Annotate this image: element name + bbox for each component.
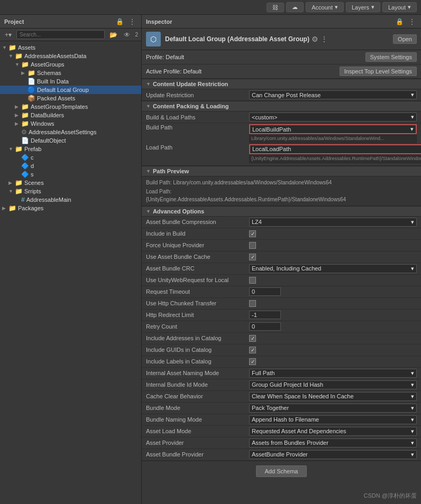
open-button[interactable]: Open xyxy=(393,34,417,44)
update-restriction-dropdown[interactable]: Can Change Post Release ▾ xyxy=(249,90,417,99)
tree-item-scenes[interactable]: ▶ 📁 Scenes xyxy=(0,179,141,187)
tree-item-prefab-c[interactable]: 🔷 c xyxy=(0,153,141,162)
build-load-paths-dropdown[interactable]: <custom> ▾ xyxy=(249,113,417,122)
lock-icon[interactable]: 🔒 xyxy=(114,17,125,26)
system-settings-button[interactable]: System Settings xyxy=(365,52,417,62)
active-profile-label: Active Profile: Default xyxy=(146,68,202,74)
object-icon-symbol: ⬡ xyxy=(150,35,157,43)
internal-bundle-id-dropdown[interactable]: Group Guid Project Id Hash ▾ xyxy=(249,380,417,389)
use-unityw-local-checkbox[interactable] xyxy=(249,277,256,284)
section-title: Path Preview xyxy=(153,168,189,174)
include-addresses-checkbox[interactable] xyxy=(249,335,256,342)
tree-item-addressableassetsettings[interactable]: ⚙ AddressableAssetSettings xyxy=(0,128,141,136)
field-asset-bundle-compression: Asset Bundle Compression LZ4 ▾ xyxy=(142,217,421,228)
dropdown-arrow: ▾ xyxy=(411,393,414,400)
load-path-row: Load Path LocalLoadPath ▾ {UnityEngine.A… xyxy=(146,144,417,163)
tree-item-assets[interactable]: ▼ 📁 Assets xyxy=(0,43,141,52)
build-path-dropdown[interactable]: LocalBuildPath ▾ xyxy=(249,124,417,134)
tree-item-packedassets[interactable]: 📦 Packed Assets xyxy=(0,94,141,102)
tree-item-prefab-s[interactable]: 🔷 s xyxy=(0,170,141,179)
folder-icon: 📁 xyxy=(21,120,29,127)
tree-item-addressableassets[interactable]: ▼ 📁 AddressableAssetsData xyxy=(0,52,141,60)
asset-load-mode-dropdown[interactable]: Requested Asset And Dependencies ▾ xyxy=(249,427,417,436)
layers-arrow-icon: ▾ xyxy=(371,4,374,11)
lock-icon[interactable]: 🔒 xyxy=(394,17,405,26)
dropdown-arrow: ▾ xyxy=(411,91,414,98)
field-http-redirect-limit: Http Redirect Limit xyxy=(142,310,421,321)
field-label: Use Http Chunked Transfer xyxy=(146,300,249,306)
tree-item-windows[interactable]: ▶ 📁 Windows xyxy=(0,119,141,128)
field-use-asset-bundle-cache: Use Asset Bundle Cache xyxy=(142,251,421,263)
field-asset-bundle-provider: Asset Bundle Provider AssetBundle Provid… xyxy=(142,449,421,461)
tree-item-builtindata[interactable]: 📄 Built In Data xyxy=(0,77,141,86)
more-options-icon[interactable]: ⋮ xyxy=(127,17,137,26)
tree-arrow: ▼ xyxy=(15,62,21,67)
include-guids-checkbox[interactable] xyxy=(249,347,256,353)
load-path-dropdown[interactable]: LocalLoadPath ▾ xyxy=(249,144,421,154)
http-redirect-limit-input[interactable] xyxy=(249,311,281,319)
chain-icon: ⛓ xyxy=(272,4,278,11)
bundle-mode-dropdown[interactable]: Pack Together ▾ xyxy=(249,404,417,413)
section-path-preview[interactable]: ▼ Path Preview xyxy=(142,166,421,176)
search-input[interactable] xyxy=(16,30,105,39)
settings-gear-icon[interactable]: ⚙ xyxy=(312,35,318,43)
layout-button[interactable]: Layout ▾ xyxy=(382,2,417,12)
section-content-packing[interactable]: ▼ Content Packing & Loading xyxy=(142,101,421,111)
tree-item-defaultobject[interactable]: 📄 DefaultObject xyxy=(0,136,141,145)
layout-label: Layout xyxy=(388,4,406,11)
tree-item-prefab-d[interactable]: 🔷 d xyxy=(0,162,141,170)
field-value: LZ4 ▾ xyxy=(249,218,417,227)
tree-item-srripts[interactable]: ▼ 📁 Srripts xyxy=(0,187,141,195)
tree-item-prefab[interactable]: ▼ 📁 Prefab xyxy=(0,145,141,153)
tree-item-schemas[interactable]: ▶ 📁 Schemas xyxy=(0,69,141,77)
use-asset-bundle-cache-checkbox[interactable] xyxy=(249,254,256,260)
field-label: Force Unique Provider xyxy=(146,242,249,248)
asset-provider-dropdown[interactable]: Assets from Bundles Provider ▾ xyxy=(249,438,417,447)
tree-item-assetgroups[interactable]: ▼ 📁 AssetGroups xyxy=(0,60,141,69)
more-icon[interactable]: ⋮ xyxy=(321,35,328,43)
field-label: Asset Bundle CRC xyxy=(146,265,249,272)
project-toolbar: +▾ 📂 👁 2 xyxy=(0,29,141,41)
tree-item-databuilders[interactable]: ▶ 📁 DataBuilders xyxy=(0,111,141,119)
object-icon: ⬡ xyxy=(146,32,161,46)
cloud-sync-button[interactable]: ☁ xyxy=(286,2,304,12)
tree-item-addressablemain[interactable]: # AddressableMain xyxy=(0,195,141,204)
include-labels-checkbox[interactable] xyxy=(249,358,256,365)
tree-arrow: ▼ xyxy=(2,45,8,50)
build-path-row: Build Path LocalBuildPath ▾ Library/com.… xyxy=(146,124,417,143)
more-options-icon[interactable]: ⋮ xyxy=(407,17,417,26)
force-unique-provider-checkbox[interactable] xyxy=(249,242,256,249)
layers-button[interactable]: Layers ▾ xyxy=(346,2,380,12)
field-label: Http Redirect Limit xyxy=(146,312,249,318)
eye-icon[interactable]: 👁 xyxy=(122,31,132,39)
asset-bundle-provider-dropdown[interactable]: AssetBundle Provider ▾ xyxy=(249,450,417,459)
bundle-naming-mode-dropdown[interactable]: Append Hash to Filename ▾ xyxy=(249,415,417,424)
field-request-timeout: Request Timeout xyxy=(142,286,421,298)
include-in-build-checkbox[interactable] xyxy=(249,230,256,237)
asset-bundle-compression-dropdown[interactable]: LZ4 ▾ xyxy=(249,218,417,227)
project-panel-title: Project xyxy=(4,18,24,25)
request-timeout-input[interactable] xyxy=(249,287,281,296)
dropdown-arrow: ▾ xyxy=(411,381,414,388)
tree-item-defaultlocalgroup[interactable]: 🔵 Default Local Group xyxy=(0,86,141,94)
inspect-top-level-button[interactable]: Inspect Top Level Settings xyxy=(340,67,417,76)
http-chunked-checkbox[interactable] xyxy=(249,300,256,307)
tree-item-packages[interactable]: ▶ 📁 Packages xyxy=(0,204,141,212)
internal-asset-naming-dropdown[interactable]: Full Path ▾ xyxy=(249,369,417,378)
section-content-update[interactable]: ▼ Content Update Restriction xyxy=(142,79,421,89)
cloud-button[interactable]: ⛓ xyxy=(267,3,284,12)
retry-count-input[interactable] xyxy=(249,322,281,331)
inspector-header: Inspector 🔒 ⋮ xyxy=(142,15,421,29)
cache-clear-behavior-dropdown[interactable]: Clear When Space Is Needed In Cache ▾ xyxy=(249,392,417,401)
tree-item-assetgrouptemplates[interactable]: ▶ 📁 AssetGroupTemplates xyxy=(0,102,141,111)
section-advanced-options[interactable]: ▼ Advanced Options xyxy=(142,206,421,217)
object-name: Default Local Group (Addressable Asset G… xyxy=(165,35,309,43)
asset-bundle-crc-dropdown[interactable]: Enabled, Including Cached ▾ xyxy=(249,264,417,273)
profile-row: Profile: Default System Settings xyxy=(142,50,421,64)
field-label: Retry Count xyxy=(146,323,249,330)
folder-icon[interactable]: 📂 xyxy=(108,31,119,39)
field-value xyxy=(249,277,417,284)
add-schema-button[interactable]: Add Schema xyxy=(256,465,307,477)
account-button[interactable]: Account ▾ xyxy=(306,2,344,12)
add-button[interactable]: +▾ xyxy=(3,31,13,39)
